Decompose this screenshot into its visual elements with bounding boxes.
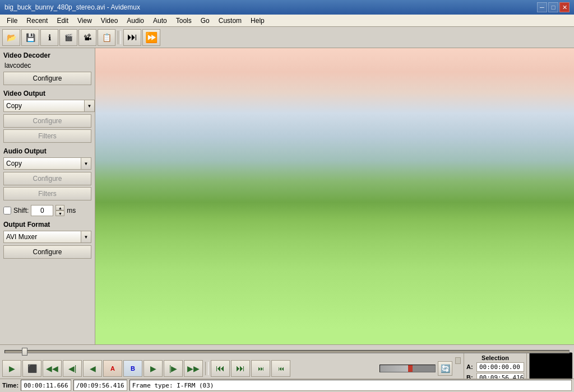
play-button[interactable]: ▶ (2, 360, 21, 377)
video-output-dropdown-arrow[interactable]: ▼ (85, 100, 95, 112)
minimize-button[interactable]: ─ (537, 2, 547, 12)
scroll-thumb[interactable] (455, 357, 461, 364)
video-decoder-codec: lavcodec (3, 62, 91, 69)
svg-point-1 (379, 48, 478, 134)
svg-marker-7 (528, 122, 565, 184)
title-text: big_buck_bunny_480p_stereo.avi - Avidemu… (4, 3, 140, 11)
svg-marker-6 (522, 97, 559, 171)
video-decoder-title: Video Decoder (3, 52, 91, 59)
mark-b-button[interactable]: ⏮ (271, 360, 290, 377)
menu-auto[interactable]: Auto (149, 16, 172, 26)
scroll-indicator (455, 357, 461, 380)
seek-thumb[interactable] (22, 348, 27, 356)
audio-output-select[interactable]: Copy MP3 (Lame) AAC (Faac) AC3 (FFmpeg) (3, 157, 81, 170)
audio-output-title: Audio Output (3, 147, 91, 155)
output-format-section: Output Format AVI Muxer MP4 Muxer MKV Mu… (3, 221, 91, 259)
volume-marker (408, 365, 413, 372)
audio-output-configure-button[interactable]: Configure (3, 172, 91, 185)
toolbar-jump-start-button[interactable]: ⏭ (123, 29, 141, 46)
toolbar-info-button[interactable]: ℹ (40, 29, 58, 46)
svg-point-21 (451, 326, 456, 332)
current-time: 00:00:11.666 (21, 380, 71, 391)
svg-point-15 (400, 321, 434, 340)
prev-frame-button[interactable]: ◀| (63, 360, 82, 377)
audio-output-dropdown-wrap: Copy MP3 (Lame) AAC (Faac) AC3 (FFmpeg) … (3, 157, 91, 170)
toolbar-save-button[interactable]: 💾 (21, 29, 39, 46)
shift-row: Shift: ▲ ▼ ms (3, 205, 91, 216)
svg-marker-3 (95, 141, 574, 233)
video-output-title: Video Output (3, 90, 91, 97)
menu-file[interactable]: File (2, 16, 22, 26)
menu-go[interactable]: Go (196, 16, 214, 26)
frame-type: Frame type: I-FRM (03) (129, 380, 572, 391)
status-bar: Time: 00:00:11.666 /00:09:56.416 Frame t… (0, 379, 574, 393)
go-a-button[interactable]: ⏮ (211, 360, 230, 377)
shift-label: Shift: (13, 207, 29, 214)
shift-section: Shift: ▲ ▼ ms (3, 205, 91, 216)
svg-rect-0 (95, 48, 574, 344)
svg-point-13 (232, 321, 269, 343)
output-format-title: Output Format (3, 221, 91, 228)
close-button[interactable]: ✕ (559, 2, 570, 12)
svg-marker-9 (494, 110, 537, 178)
video-output-select[interactable]: Copy Mpeg4 ASP (Xvid4) Mpeg4 ASP (FFmpeg… (3, 100, 85, 112)
svg-point-23 (488, 329, 494, 335)
output-format-dropdown-arrow[interactable]: ▼ (81, 231, 91, 243)
audio-output-dropdown-arrow[interactable]: ▼ (81, 157, 91, 170)
seek-bar[interactable] (4, 350, 570, 353)
toolbar-append-button[interactable]: 🎬 (59, 29, 77, 46)
svg-marker-8 (516, 85, 553, 159)
prev-key-button[interactable]: ◀ (83, 360, 102, 377)
shift-unit: ms (67, 207, 76, 214)
toolbar-open-button[interactable]: 📂 (2, 29, 20, 46)
shift-checkbox[interactable] (3, 207, 11, 214)
menu-video[interactable]: Video (96, 16, 122, 26)
svg-point-22 (464, 323, 468, 326)
video-content (95, 48, 574, 344)
menu-audio[interactable]: Audio (122, 16, 149, 26)
volume-bar[interactable] (379, 365, 436, 372)
menu-edit[interactable]: Edit (52, 16, 73, 26)
next-frame-button[interactable]: |▶ (164, 360, 183, 377)
shift-input[interactable] (31, 205, 53, 216)
svg-point-2 (395, 52, 463, 119)
next-key-button[interactable]: ▶ (144, 360, 163, 377)
video-decoder-configure-button[interactable]: Configure (3, 72, 91, 85)
ab-a-button[interactable]: A (103, 360, 122, 377)
fast-fwd-button[interactable]: ▶▶ (184, 360, 203, 377)
main-area: Video Decoder lavcodec Configure Video O… (0, 48, 574, 344)
svg-rect-4 (95, 221, 574, 344)
maximize-button[interactable]: □ (548, 2, 558, 12)
rewind-button[interactable]: ◀◀ (43, 360, 62, 377)
video-area (95, 48, 574, 344)
menu-recent[interactable]: Recent (22, 16, 52, 26)
toolbar-jump-end-button[interactable]: ⏩ (142, 29, 160, 46)
svg-point-16 (285, 322, 290, 327)
menu-custom[interactable]: Custom (214, 16, 246, 26)
go-b-button[interactable]: ⏭ (231, 360, 250, 377)
stop-button[interactable]: ⬛ (22, 360, 41, 377)
controls-row: ▶ ⬛ ◀◀ ◀| ◀ A B ▶ |▶ ▶▶ ⏮ ⏭ ⏭ ⏮ 🔄 (0, 358, 574, 379)
video-output-filters-button[interactable]: Filters (3, 129, 91, 143)
shift-down-button[interactable]: ▼ (55, 211, 64, 216)
svg-marker-11 (177, 110, 212, 184)
video-decoder-section: Video Decoder lavcodec Configure (3, 52, 91, 85)
bottom-area: ▶ ⬛ ◀◀ ◀| ◀ A B ▶ |▶ ▶▶ ⏮ ⏭ ⏭ ⏮ 🔄 (0, 344, 574, 392)
output-format-configure-button[interactable]: Configure (3, 245, 91, 259)
menu-help[interactable]: Help (246, 16, 269, 26)
menu-tools[interactable]: Tools (172, 16, 196, 26)
ab-b-button[interactable]: B (123, 360, 142, 377)
title-bar: big_buck_bunny_480p_stereo.avi - Avidemu… (0, 0, 574, 15)
svg-point-12 (182, 304, 232, 335)
svg-point-25 (367, 240, 490, 264)
video-output-configure-button[interactable]: Configure (3, 114, 91, 128)
audio-output-filters-button[interactable]: Filters (3, 187, 91, 200)
menu-view[interactable]: View (73, 16, 96, 26)
shift-up-button[interactable]: ▲ (55, 205, 64, 211)
refresh-button[interactable]: 🔄 (438, 361, 452, 376)
output-format-select[interactable]: AVI Muxer MP4 Muxer MKV Muxer (3, 231, 81, 243)
toolbar-copy-button[interactable]: 📋 (98, 29, 115, 46)
toolbar-close-button[interactable]: 📽 (78, 29, 96, 46)
mark-a-button[interactable]: ⏭ (251, 360, 270, 377)
video-output-section: Video Output Copy Mpeg4 ASP (Xvid4) Mpeg… (3, 90, 91, 143)
